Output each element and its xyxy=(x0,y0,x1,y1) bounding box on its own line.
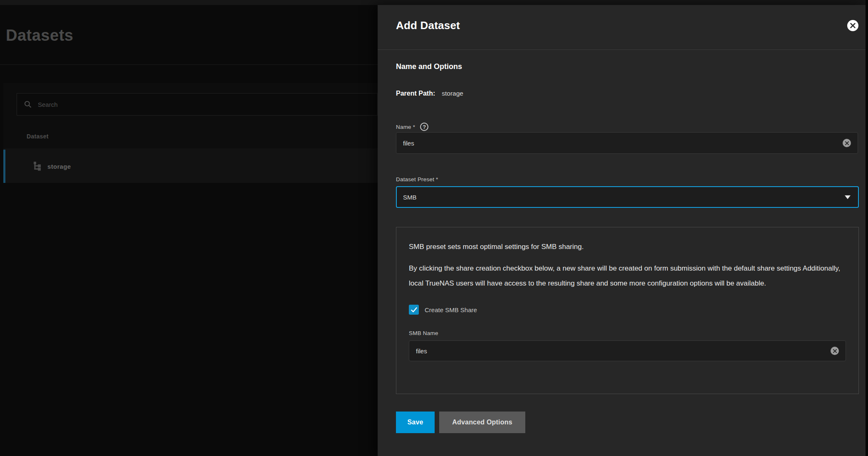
datasets-page-overlay: Datasets Dataset storage xyxy=(0,5,378,456)
help-icon[interactable]: ? xyxy=(420,123,428,131)
advanced-options-button[interactable]: Advanced Options xyxy=(439,412,525,433)
smb-info-box: SMB preset sets most optimal settings fo… xyxy=(396,227,859,394)
dataset-preset-select[interactable]: SMB xyxy=(396,186,859,208)
smb-name-input-container xyxy=(409,340,846,361)
name-input[interactable] xyxy=(396,140,843,147)
window-top-strip xyxy=(0,0,868,5)
table-header-divider xyxy=(3,149,378,149)
name-input-container xyxy=(396,132,858,154)
clear-name-icon[interactable] xyxy=(843,139,851,147)
panel-header: Add Dataset xyxy=(378,5,866,50)
create-smb-share-checkbox-row[interactable]: Create SMB Share xyxy=(409,305,846,315)
page-title: Datasets xyxy=(6,27,73,44)
parent-path-value: storage xyxy=(442,90,463,97)
clear-smb-name-icon[interactable] xyxy=(831,347,839,355)
smb-info-line1: SMB preset sets most optimal settings fo… xyxy=(409,242,846,252)
title-divider xyxy=(0,64,378,65)
name-field-label: Name * xyxy=(396,124,415,130)
preset-field-label: Dataset Preset * xyxy=(396,176,438,182)
window-right-strip xyxy=(866,0,868,456)
search-icon xyxy=(24,100,32,108)
checkbox-checked-icon[interactable] xyxy=(409,305,419,315)
parent-path-label: Parent Path: xyxy=(396,90,435,97)
dataset-search-box[interactable] xyxy=(17,93,378,116)
parent-path: Parent Path: storage xyxy=(396,90,463,97)
create-smb-share-label: Create SMB Share xyxy=(425,306,477,313)
search-input[interactable] xyxy=(38,101,285,108)
selected-row-indicator xyxy=(3,150,5,183)
smb-info-line2: By clicking the share creation checkbox … xyxy=(409,261,846,291)
dataset-tree-icon xyxy=(32,161,42,172)
chevron-down-icon xyxy=(845,195,851,199)
datasets-card: Dataset storage xyxy=(3,83,378,183)
add-dataset-panel: Add Dataset Name and Options Parent Path… xyxy=(378,5,866,456)
form-actions: Save Advanced Options xyxy=(396,412,525,433)
close-icon[interactable] xyxy=(847,20,858,31)
smb-name-input[interactable] xyxy=(409,348,831,355)
smb-name-label: SMB Name xyxy=(409,330,846,336)
name-field-label-row: Name * ? xyxy=(396,123,428,131)
save-button[interactable]: Save xyxy=(396,412,435,433)
preset-selected-value: SMB xyxy=(397,194,845,201)
dataset-row-label: storage xyxy=(47,163,71,170)
dataset-row-storage[interactable]: storage xyxy=(3,150,378,183)
panel-title: Add Dataset xyxy=(396,19,460,32)
section-title: Name and Options xyxy=(396,62,462,71)
column-header-dataset[interactable]: Dataset xyxy=(27,133,49,140)
